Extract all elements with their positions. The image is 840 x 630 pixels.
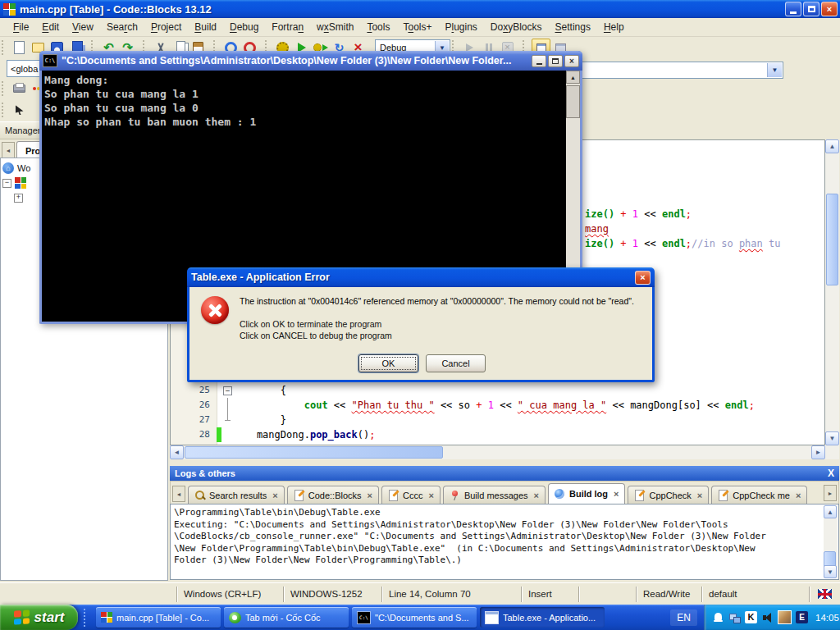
tray-e-icon[interactable]: E	[796, 611, 808, 623]
menu-debug[interactable]: Debug	[223, 19, 265, 35]
console-titlebar[interactable]: C:\ "C:\Documents and Settings\Administr…	[39, 51, 582, 71]
error-dialog-close-button[interactable]: ×	[635, 271, 651, 285]
tab-code-blocks[interactable]: Code::Blocks×	[287, 486, 379, 504]
code-text: mangDong.pop_back();	[233, 427, 375, 442]
scroll-up-button[interactable]: ▲	[824, 505, 837, 518]
maximize-button[interactable]	[803, 2, 819, 16]
code-line-26[interactable]: 26 cout << "Phan tu thu " << so + 1 << "…	[171, 398, 824, 413]
logs-close-icon[interactable]: X	[828, 468, 834, 479]
cancel-button[interactable]: Cancel	[426, 354, 486, 372]
start-button[interactable]: start	[0, 605, 78, 630]
menu-project[interactable]: Project	[144, 19, 188, 35]
menu-search[interactable]: Search	[100, 19, 144, 35]
scroll-up-button[interactable]: ▲	[566, 71, 580, 84]
error-dialog-titlebar[interactable]: Table.exe - Application Error ×	[187, 267, 655, 287]
tab-label: Search results	[209, 491, 267, 500]
notes-icon	[634, 490, 645, 500]
status-field-0	[0, 587, 176, 602]
taskbar-task-window[interactable]: Table.exe - Applicatio...	[480, 607, 605, 628]
tray-bell-icon[interactable]	[712, 611, 724, 623]
menu-settings[interactable]: Settings	[549, 19, 597, 35]
swirl-icon	[555, 489, 565, 500]
ok-button[interactable]: OK	[358, 354, 418, 372]
scroll-left-button[interactable]: ◄	[170, 445, 184, 459]
tray-volume-icon[interactable]	[761, 611, 774, 623]
console-icon: C:\	[357, 611, 371, 624]
minimize-button[interactable]	[785, 2, 801, 16]
tabs-scroll-left-button[interactable]: ◄	[172, 486, 185, 502]
tab-search-results[interactable]: Search results×	[188, 486, 285, 504]
menu-build[interactable]: Build	[188, 19, 223, 35]
menu-edit[interactable]: Edit	[35, 19, 66, 35]
tab-close-icon[interactable]: ×	[697, 491, 702, 500]
pointer-icon[interactable]	[11, 102, 28, 118]
toolbar-grip[interactable]	[2, 103, 7, 117]
menu-fortran[interactable]: Fortran	[265, 19, 310, 35]
vertical-scroll-thumb[interactable]	[826, 194, 838, 285]
tab-close-icon[interactable]: ×	[614, 489, 619, 499]
menu-help[interactable]: Help	[597, 19, 631, 35]
taskbar-task-console[interactable]: C:\"C:\Documents and S...	[352, 607, 477, 628]
tray-network-icon[interactable]	[728, 611, 741, 623]
logs-tabs: ◄ Search results×Code::Blocks×Cccc×Build…	[170, 481, 839, 504]
collapse-expander-icon[interactable]: −	[2, 179, 11, 188]
tab-close-icon[interactable]: ×	[272, 491, 277, 500]
status-flag-cell	[809, 587, 840, 602]
close-button[interactable]: ×	[821, 2, 838, 16]
scroll-right-button[interactable]: ►	[811, 445, 825, 459]
tab-cppcheck-me[interactable]: CppCheck me×	[711, 486, 807, 504]
quick-launch-grip[interactable]	[84, 609, 90, 627]
tab-cppcheck[interactable]: CppCheck×	[628, 486, 709, 504]
menu-plugins[interactable]: Plugins	[438, 19, 483, 35]
code-text: {	[233, 383, 286, 398]
scroll-down-button[interactable]: ▼	[824, 565, 837, 578]
logs-caption[interactable]: Logs & others X	[170, 466, 839, 481]
console-maximize-button[interactable]	[548, 55, 563, 67]
code-line-27[interactable]: 27 }	[171, 413, 824, 427]
build-log-content[interactable]: \Programming\Table\bin\Debug\Table.exeEx…	[170, 504, 839, 580]
tabs-scroll-left-button[interactable]: ◄	[2, 142, 15, 158]
expand-expander-icon[interactable]: +	[14, 194, 23, 203]
tabs-scroll-right-button[interactable]: ►	[824, 485, 837, 501]
editor-horizontal-scrollbar[interactable]: ◄ ►	[170, 445, 825, 459]
toolbar-grip[interactable]	[2, 81, 7, 96]
menu-tools[interactable]: Tools	[360, 19, 396, 35]
code-line-28[interactable]: 28 mangDong.pop_back();	[171, 427, 824, 442]
scroll-up-button[interactable]: ▲	[825, 139, 839, 153]
tab-close-icon[interactable]: ×	[796, 491, 801, 500]
menu-doxyblocks[interactable]: DoxyBlocks	[484, 19, 549, 35]
log-line: Executing: "C:\Documents and Settings\Ad…	[174, 519, 822, 532]
tray-photo-icon[interactable]	[778, 610, 792, 624]
tab-build-log[interactable]: Build log×	[548, 483, 625, 504]
editor-vertical-scrollbar[interactable]: ▲ ▼	[825, 139, 839, 459]
language-indicator[interactable]: EN	[670, 609, 697, 626]
fold-margin[interactable]	[221, 383, 233, 398]
console-minimize-button[interactable]	[532, 55, 546, 67]
fold-margin	[221, 398, 233, 413]
tab-close-icon[interactable]: ×	[534, 491, 539, 500]
tray-kaspersky-icon[interactable]: K	[745, 611, 757, 623]
menu-file[interactable]: File	[7, 19, 35, 35]
log-vertical-scrollbar[interactable]: ▲ ▼	[824, 505, 838, 578]
tab-cccc[interactable]: Cccc×	[381, 486, 441, 504]
tab-build-messages[interactable]: Build messages×	[443, 486, 546, 504]
keyboard-layout-flag-icon[interactable]	[818, 589, 832, 599]
codeblocks-icon	[101, 612, 112, 623]
menu-view[interactable]: View	[66, 19, 100, 35]
symbol-combobox-value: <globa	[11, 64, 38, 74]
tab-close-icon[interactable]: ×	[428, 491, 433, 500]
horizontal-scroll-thumb[interactable]	[185, 446, 443, 459]
menu-wxsmith[interactable]: wxSmith	[310, 19, 360, 35]
taskbar-task-codeblocks[interactable]: main.cpp [Table] - Co...	[96, 607, 221, 628]
tab-close-icon[interactable]: ×	[368, 491, 372, 500]
vertical-scroll-thumb[interactable]	[566, 85, 580, 118]
taskbar-task-coccoc[interactable]: Tab mới - Cốc Cốc	[224, 607, 349, 628]
console-close-button[interactable]: ×	[564, 55, 579, 67]
print-icon[interactable]	[11, 80, 28, 97]
code-line-25[interactable]: 25 {	[171, 383, 824, 398]
project-icon	[15, 177, 26, 189]
scroll-down-button[interactable]: ▼	[825, 431, 839, 445]
menu-tools+[interactable]: Tools+	[396, 19, 438, 35]
toolbar-grip[interactable]	[2, 40, 7, 55]
new-file-icon[interactable]	[11, 39, 28, 56]
